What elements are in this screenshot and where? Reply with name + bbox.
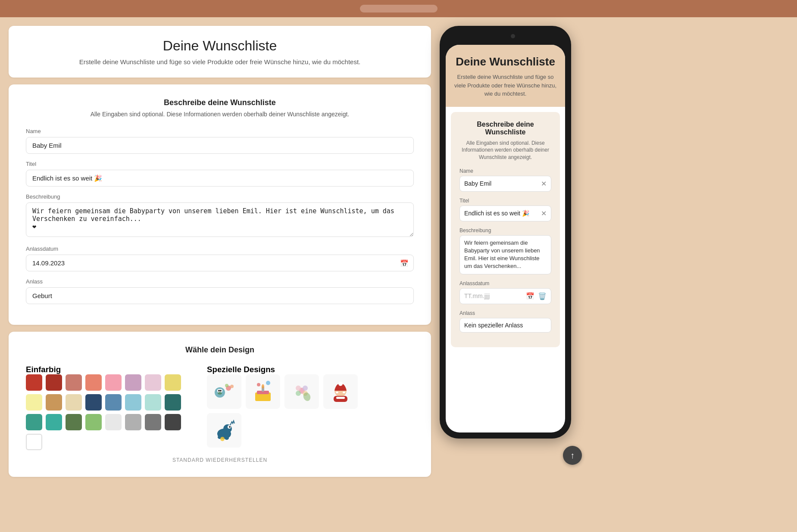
name-input[interactable]	[26, 137, 414, 154]
phone-main-subtitle: Erstelle deine Wunschliste und füge so v…	[454, 73, 556, 98]
color-swatch[interactable]	[85, 414, 102, 430]
color-swatch[interactable]	[26, 414, 42, 430]
page-title: Deine Wunschliste	[26, 38, 414, 54]
svg-point-28	[223, 424, 232, 433]
phone-scroll-up-button[interactable]: ↑	[563, 446, 582, 465]
svg-point-17	[303, 386, 308, 391]
date-input-wrapper: 📅	[26, 255, 414, 271]
anlassdatum-group: Anlassdatum 📅	[26, 246, 414, 271]
titel-group: Titel	[26, 161, 414, 187]
phone-titel-clear-icon[interactable]: ✕	[541, 209, 547, 218]
page-subtitle: Erstelle deine Wunschliste und füge so v…	[26, 58, 414, 65]
svg-point-16	[296, 386, 301, 391]
phone-beschreibung-group: Beschreibung Wir feiern gemeinsam die Ba…	[459, 227, 551, 274]
color-swatch[interactable]	[145, 414, 161, 430]
color-swatch[interactable]	[85, 394, 102, 411]
color-swatch[interactable]	[165, 394, 181, 411]
name-label: Name	[26, 128, 414, 134]
titel-label: Titel	[26, 161, 414, 167]
svg-point-5	[218, 392, 222, 395]
anlassdatum-input[interactable]	[26, 255, 414, 271]
design-item-dino[interactable]	[207, 413, 241, 448]
phone-delete-icon[interactable]: 🗑️	[538, 292, 547, 300]
color-swatch[interactable]	[26, 394, 42, 411]
phone-name-value: Baby Emil	[464, 180, 541, 187]
color-swatch[interactable]	[66, 394, 82, 411]
phone-notch-bar	[446, 32, 565, 41]
svg-point-8	[225, 384, 228, 387]
color-swatch[interactable]	[46, 374, 62, 391]
svg-point-3	[218, 390, 220, 392]
design-item-owl[interactable]	[207, 374, 241, 409]
phone-titel-value: Endlich ist es so weit 🎉	[464, 210, 541, 217]
color-swatch[interactable]	[165, 414, 181, 430]
design-heading: Wähle dein Design	[26, 345, 414, 355]
color-swatch[interactable]	[66, 374, 82, 391]
color-swatch[interactable]	[145, 394, 161, 411]
anlass-input[interactable]	[26, 287, 414, 304]
svg-point-32	[225, 436, 229, 440]
dino-svg	[211, 417, 237, 443]
color-swatch[interactable]	[105, 374, 122, 391]
phone-date-wrapper[interactable]: TT.mm.jjjj 📅 🗑️	[459, 288, 551, 304]
design-item-birthday[interactable]	[246, 374, 280, 409]
design-item-flowers[interactable]	[284, 374, 319, 409]
svg-point-30	[229, 426, 231, 428]
phone-name-wrapper[interactable]: Baby Emil ✕	[459, 176, 551, 192]
color-swatch[interactable]	[26, 374, 42, 391]
phone-beschreibung-label: Beschreibung	[459, 227, 551, 233]
titel-input[interactable]	[26, 170, 414, 187]
phone-anlass-group: Anlass Kein spezieller Anlass	[459, 310, 551, 333]
title-card: Deine Wunschliste Erstelle deine Wunschl…	[9, 26, 431, 78]
phone-anlassdatum-group: Anlassdatum TT.mm.jjjj 📅 🗑️	[459, 280, 551, 304]
svg-point-22	[338, 382, 343, 386]
phone-name-label: Name	[459, 168, 551, 174]
phone-name-group: Name Baby Emil ✕	[459, 168, 551, 192]
color-swatch[interactable]	[46, 394, 62, 411]
color-swatch[interactable]	[125, 374, 141, 391]
describe-subtitle: Alle Eingaben sind optional. Diese Infor…	[26, 111, 414, 118]
color-swatch[interactable]	[145, 374, 161, 391]
svg-point-14	[257, 383, 260, 386]
color-swatch[interactable]	[46, 414, 62, 430]
phone-date-placeholder: TT.mm.jjjj	[464, 292, 522, 299]
color-swatch[interactable]	[105, 414, 122, 430]
anlass-label: Anlass	[26, 278, 414, 285]
phone-titel-group: Titel Endlich ist es so weit 🎉 ✕	[459, 198, 551, 221]
phone-calendar-icon[interactable]: 📅	[526, 292, 534, 300]
color-swatch[interactable]	[66, 414, 82, 430]
describe-heading: Beschreibe deine Wunschliste	[26, 98, 414, 107]
phone-main-title: Deine Wunschliste	[454, 55, 556, 68]
color-swatch[interactable]	[125, 414, 141, 430]
svg-point-18	[296, 391, 301, 396]
phone-anlass-wrapper[interactable]: Kein spezieller Anlass	[459, 318, 551, 333]
design-sections: Einfarbig	[26, 365, 414, 450]
color-grid	[26, 374, 181, 430]
restore-button[interactable]: STANDARD WIEDERHERSTELLEN	[26, 457, 414, 463]
phone-date-icons: 📅 🗑️	[526, 292, 547, 300]
beschreibung-label: Beschreibung	[26, 193, 414, 200]
design-item-santa[interactable]	[323, 374, 358, 409]
phone-anlass-label: Anlass	[459, 310, 551, 316]
phone-beschreibung-value[interactable]: Wir feiern gemeinsam die Babyparty von u…	[459, 235, 551, 274]
svg-point-4	[220, 390, 222, 392]
describe-card: Beschreibe deine Wunschliste Alle Eingab…	[9, 84, 431, 325]
beschreibung-group: Beschreibung Wir feiern gemeinsam die Ba…	[26, 193, 414, 239]
svg-point-25	[336, 392, 338, 393]
phone-outer: Deine Wunschliste Erstelle deine Wunschl…	[440, 26, 571, 439]
phone-titel-label: Titel	[459, 198, 551, 204]
phone-describe-section: Beschreibe deine Wunschliste Alle Eingab…	[451, 112, 560, 347]
spezielle-section: Spezielle Designs	[207, 365, 358, 450]
color-swatch[interactable]	[85, 374, 102, 391]
color-swatch[interactable]	[165, 374, 181, 391]
color-swatch[interactable]	[125, 394, 141, 411]
design-row-2	[207, 413, 358, 448]
flowers-svg	[289, 379, 315, 404]
white-color-swatch[interactable]	[26, 434, 42, 450]
phone-titel-wrapper[interactable]: Endlich ist es so weit 🎉 ✕	[459, 205, 551, 221]
special-designs-grid	[207, 374, 358, 409]
beschreibung-textarea[interactable]: Wir feiern gemeinsam die Babyparty von u…	[26, 202, 414, 237]
color-swatch[interactable]	[105, 394, 122, 411]
top-bar	[0, 0, 797, 17]
phone-name-clear-icon[interactable]: ✕	[541, 180, 547, 188]
